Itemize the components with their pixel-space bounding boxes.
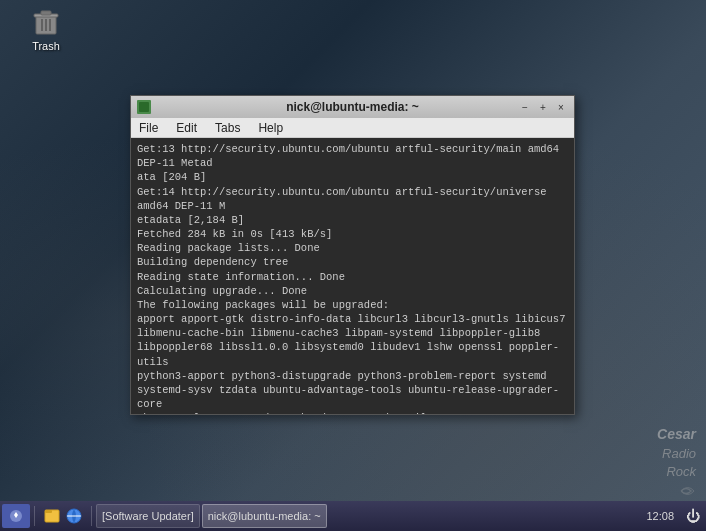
taskbar-separator-2 xyxy=(91,506,92,526)
terminal-line: ubuntu-release-upgrader-gtk udev wget xd… xyxy=(137,411,568,414)
watermark: Cesar Radio Rock xyxy=(657,425,696,481)
trash-label: Trash xyxy=(32,40,60,52)
menu-help[interactable]: Help xyxy=(254,120,287,136)
trash-svg-image xyxy=(30,6,62,38)
trash-icon[interactable]: Trash xyxy=(14,6,78,52)
terminal-line: etadata [2,184 B] xyxy=(137,213,568,227)
terminal-line: python3-apport python3-distupgrade pytho… xyxy=(137,369,568,383)
taskbar-clock: 12:08 xyxy=(640,510,680,522)
terminal-line: Fetched 284 kB in 0s [413 kB/s] xyxy=(137,227,568,241)
taskbar-software-updater[interactable]: [Software Updater] xyxy=(96,504,200,528)
terminal-line: apport apport-gtk distro-info-data libcu… xyxy=(137,312,568,326)
watermark-line2: Radio xyxy=(657,445,696,463)
watermark-line3: Rock xyxy=(657,463,696,481)
taskbar-terminal[interactable]: nick@lubuntu-media: ~ xyxy=(202,504,327,528)
start-button[interactable] xyxy=(2,504,30,528)
menu-tabs[interactable]: Tabs xyxy=(211,120,244,136)
terminal-line: libmenu-cache-bin libmenu-cache3 libpam-… xyxy=(137,326,568,340)
terminal-titlebar: nick@lubuntu-media: ~ − + × xyxy=(131,96,574,118)
desktop: Trash nick@lubuntu-media: ~ − + × File E… xyxy=(0,0,706,531)
window-controls: − + × xyxy=(518,100,568,114)
taskbar-separator-1 xyxy=(34,506,35,526)
file-manager-icon[interactable] xyxy=(43,507,61,525)
start-icon xyxy=(8,508,24,524)
menu-edit[interactable]: Edit xyxy=(172,120,201,136)
terminal-line: Building dependency tree xyxy=(137,255,568,269)
svg-rect-2 xyxy=(41,11,51,15)
radio-wave-icon xyxy=(666,481,696,501)
terminal-line: Get:13 http://security.ubuntu.com/ubuntu… xyxy=(137,142,568,170)
terminal-line: systemd-sysv tzdata ubuntu-advantage-too… xyxy=(137,383,568,411)
terminal-line: Reading state information... Done xyxy=(137,270,568,284)
close-button[interactable]: × xyxy=(554,100,568,114)
terminal-line: Reading package lists... Done xyxy=(137,241,568,255)
watermark-line1: Cesar xyxy=(657,425,696,445)
svg-rect-7 xyxy=(139,102,149,112)
terminal-window: nick@lubuntu-media: ~ − + × File Edit Ta… xyxy=(130,95,575,415)
taskbar-quick-launch xyxy=(39,507,87,525)
terminal-title: nick@lubuntu-media: ~ xyxy=(131,100,574,114)
terminal-icon xyxy=(137,100,151,114)
minimize-button[interactable]: − xyxy=(518,100,532,114)
svg-rect-10 xyxy=(45,510,52,513)
maximize-button[interactable]: + xyxy=(536,100,550,114)
terminal-line: Calculating upgrade... Done xyxy=(137,284,568,298)
browser-icon[interactable] xyxy=(65,507,83,525)
power-icon: ⏻ xyxy=(686,508,700,524)
terminal-line: libpoppler68 libssl1.0.0 libsystemd0 lib… xyxy=(137,340,568,368)
terminal-line: ata [204 B] xyxy=(137,170,568,184)
terminal-line: Get:14 http://security.ubuntu.com/ubuntu… xyxy=(137,185,568,213)
terminal-output[interactable]: Get:13 http://security.ubuntu.com/ubuntu… xyxy=(131,138,574,414)
taskbar: [Software Updater] nick@lubuntu-media: ~… xyxy=(0,501,706,531)
power-button[interactable]: ⏻ xyxy=(682,507,704,525)
terminal-menubar: File Edit Tabs Help xyxy=(131,118,574,138)
terminal-line: The following packages will be upgraded: xyxy=(137,298,568,312)
menu-file[interactable]: File xyxy=(135,120,162,136)
